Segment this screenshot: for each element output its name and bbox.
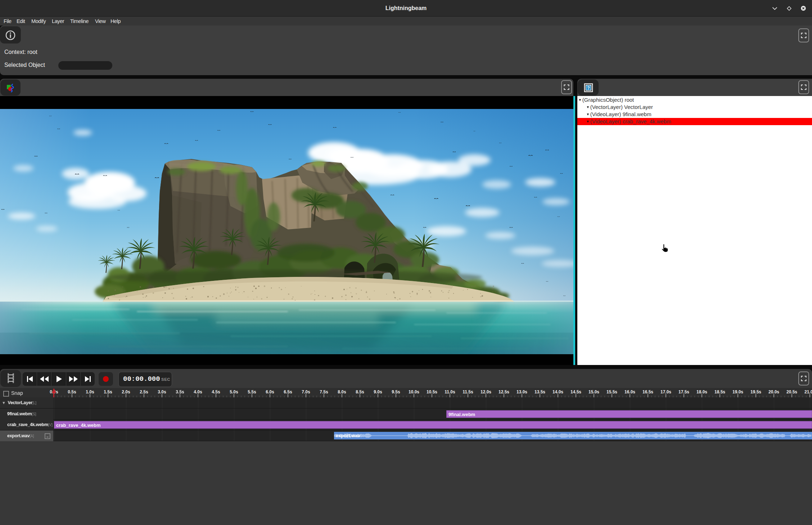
svg-text:?: ?	[587, 86, 590, 91]
